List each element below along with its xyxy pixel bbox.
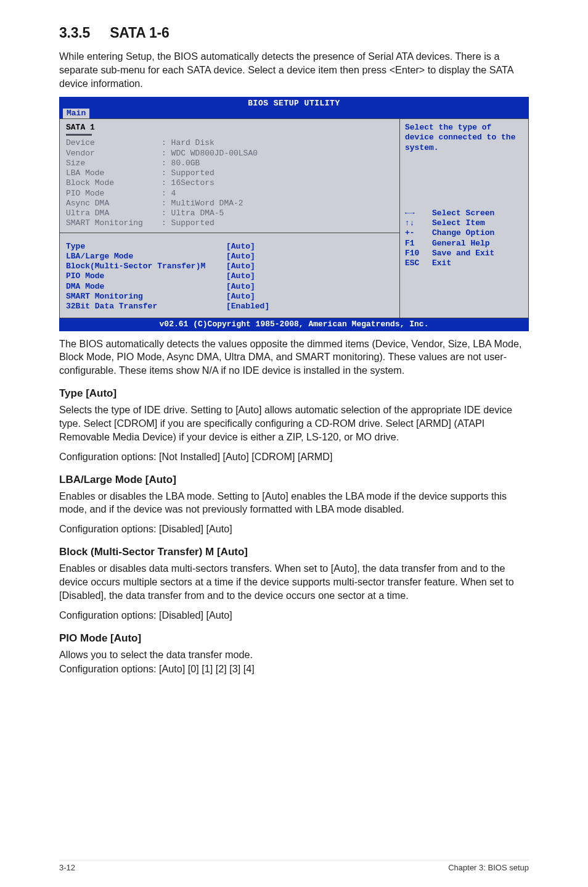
bios-option-row[interactable]: LBA/Large Mode[Auto] [66,252,393,262]
info-value: : WDC WD800JD-00LSA0 [161,149,258,159]
page-number: 3-12 [59,863,75,872]
info-row: Ultra DMA: Ultra DMA-5 [66,208,393,218]
hotkey-row: ↑↓Select Item [405,218,523,228]
option-label: LBA/Large Mode [66,252,226,262]
bios-tab-main[interactable]: Main [63,109,89,118]
option-label: 32Bit Data Transfer [66,302,226,311]
hotkey-row: F10Save and Exit [405,249,523,258]
block-config: Configuration options: [Disabled] [Auto] [59,609,529,622]
hotkey-desc: Select Screen [432,208,494,218]
info-label: SMART Monitoring [66,218,161,228]
hotkey-row: ESCExit [405,258,523,268]
option-value: [Auto] [226,262,255,271]
bios-title: BIOS SETUP UTILITY [59,97,529,109]
info-label: Async DMA [66,199,161,208]
arrow-up-down-icon: ↑↓ [405,218,432,228]
info-label: Ultra DMA [66,208,161,218]
hotkey-desc: Select Item [432,218,485,228]
info-row: Vendor: WDC WD800JD-00LSA0 [66,149,393,159]
post-bios-paragraph: The BIOS automatically detects the value… [59,337,529,378]
info-label: Size [66,159,161,168]
section-heading: 3.3.5SATA 1-6 [59,25,529,41]
bios-left-pane: SATA 1 Device: Hard Disk Vendor: WDC WD8… [59,118,399,318]
info-value: : Hard Disk [161,138,214,148]
info-label: PIO Mode [66,189,161,199]
bios-option-row[interactable]: SMART Monitoring[Auto] [66,292,393,302]
bios-option-row[interactable]: Block(Multi-Sector Transfer)M[Auto] [66,262,393,271]
info-row: Device: Hard Disk [66,138,393,148]
info-value: : 16Sectors [161,178,214,188]
option-value: [Auto] [226,282,255,292]
option-label: DMA Mode [66,282,226,292]
pio-config: Configuration options: [Auto] [0] [1] [2… [59,662,529,676]
bios-active-grid: Type[Auto] LBA/Large Mode[Auto] Block(Mu… [66,242,393,312]
info-label: Device [66,138,161,148]
info-row: Block Mode: 16Sectors [66,178,393,188]
hotkey-key: F1 [405,239,432,249]
chapter-label: Chapter 3: BIOS setup [448,863,529,872]
bios-footer: v02.61 (C)Copyright 1985-2008, American … [59,318,529,331]
info-value: : Ultra DMA-5 [161,208,224,218]
intro-paragraph: While entering Setup, the BIOS automatic… [59,50,529,91]
bios-option-row[interactable]: PIO Mode[Auto] [66,271,393,281]
info-row: Async DMA: MultiWord DMA-2 [66,199,393,208]
pio-heading: PIO Mode [Auto] [59,632,529,645]
option-value: [Enabled] [226,302,269,311]
info-label: LBA Mode [66,168,161,178]
info-value: : 4 [161,189,176,199]
type-body: Selects the type of IDE drive. Setting t… [59,403,529,444]
info-row: LBA Mode: Supported [66,168,393,178]
hotkey-key: F10 [405,249,432,258]
bios-right-pane: Select the type of device connected to t… [399,118,529,318]
bios-tabbar: Main [59,109,529,118]
info-row: PIO Mode: 4 [66,189,393,199]
bios-panel-title: SATA 1 [66,123,393,133]
hotkey-row: F1General Help [405,239,523,249]
hotkey-desc: Exit [432,258,451,268]
divider [60,233,399,233]
hotkey-row: ←→Select Screen [405,208,523,218]
info-label: Vendor [66,149,161,159]
bios-panel: BIOS SETUP UTILITY Main SATA 1 Device: H… [59,97,529,331]
pio-body: Allows you to select the data transfer m… [59,648,529,662]
block-body: Enables or disables data multi-sectors t… [59,562,529,603]
lba-config: Configuration options: [Disabled] [Auto] [59,522,529,536]
option-value: [Auto] [226,292,255,302]
option-label: Type [66,242,226,252]
divider [66,134,92,136]
option-label: SMART Monitoring [66,292,226,302]
option-value: [Auto] [226,271,255,281]
info-value: : 80.0GB [161,159,200,168]
bios-body: SATA 1 Device: Hard Disk Vendor: WDC WD8… [59,118,529,318]
section-number: 3.3.5 [59,25,90,41]
type-heading: Type [Auto] [59,387,529,400]
option-label: PIO Mode [66,271,226,281]
hotkey-desc: General Help [432,239,490,249]
option-value: [Auto] [226,252,255,262]
bios-hotkeys: ←→Select Screen ↑↓Select Item +-Change O… [405,208,523,269]
info-row: Size: 80.0GB [66,159,393,168]
type-config: Configuration options: [Not Installed] [… [59,450,529,464]
bios-help-text: Select the type of device connected to t… [405,123,523,153]
bios-option-row[interactable]: Type[Auto] [66,242,393,252]
page-footer: 3-12 Chapter 3: BIOS setup [59,860,529,872]
bios-option-row[interactable]: DMA Mode[Auto] [66,282,393,292]
bios-info-grid: Device: Hard Disk Vendor: WDC WD800JD-00… [66,138,393,228]
info-row: SMART Monitoring: Supported [66,218,393,228]
hotkey-desc: Save and Exit [432,249,494,258]
arrow-left-right-icon: ←→ [405,208,432,218]
hotkey-key: +- [405,228,432,238]
hotkey-key: ESC [405,258,432,268]
lba-body: Enables or disables the LBA mode. Settin… [59,490,529,517]
option-value: [Auto] [226,242,255,252]
section-title: SATA 1-6 [110,25,169,41]
option-label: Block(Multi-Sector Transfer)M [66,262,226,271]
lba-heading: LBA/Large Mode [Auto] [59,474,529,486]
info-label: Block Mode [66,178,161,188]
info-value: : Supported [161,218,214,228]
info-value: : MultiWord DMA-2 [161,199,243,208]
info-value: : Supported [161,168,214,178]
bios-option-row[interactable]: 32Bit Data Transfer[Enabled] [66,302,393,311]
block-heading: Block (Multi-Sector Transfer) M [Auto] [59,546,529,558]
hotkey-desc: Change Option [432,228,494,238]
